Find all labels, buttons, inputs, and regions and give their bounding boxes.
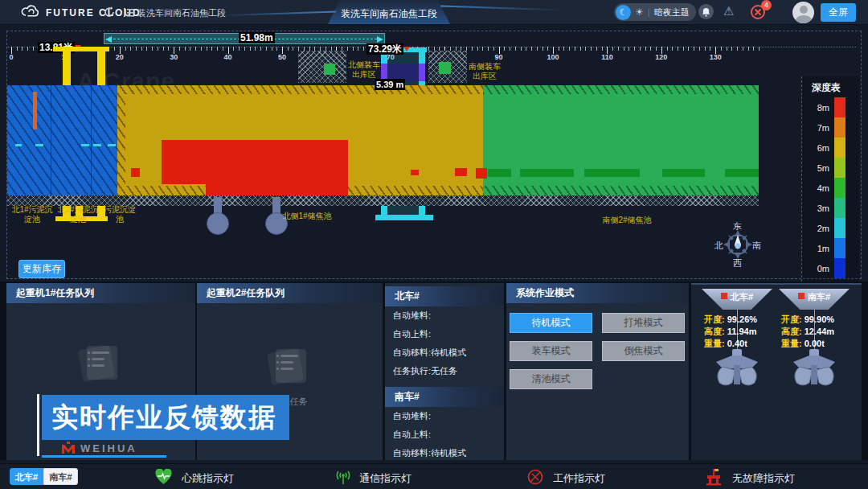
ruler-tick-label: 130	[706, 53, 725, 61]
depth-label: 0m	[809, 258, 829, 278]
depth-label: 4m	[809, 178, 829, 198]
sun-icon[interactable]: ☀	[635, 6, 644, 18]
workshop-selector[interactable]: 装洗车间南石油焦工段	[137, 7, 226, 19]
depth-label: 2m	[809, 218, 829, 238]
pool-n2-label: 北2#污泥沉淀池	[55, 205, 100, 224]
heap-marker	[227, 168, 236, 175]
overlay-underline	[42, 455, 166, 458]
deep-heap-block	[162, 140, 348, 184]
crane-fault-icon	[704, 468, 723, 486]
status-bar: 北车# 南车# 心跳指示灯 通信指示灯 工作指示灯 无故障指示灯	[0, 463, 868, 489]
crane-feedback-panel: 北车# 开度: 99.26% 高度: 11.94m 重量: 0.40t 南车# …	[691, 283, 862, 460]
south-crane-name: 南车#	[808, 291, 830, 303]
depth-segment	[834, 238, 845, 258]
refresh-icon[interactable]	[103, 6, 116, 18]
heap-marker	[411, 170, 419, 175]
status-row: 自动上料:	[385, 325, 504, 343]
mode-pile-button[interactable]: 打堆模式	[602, 313, 685, 333]
low-strip	[725, 169, 759, 177]
overlay-banner: 实时作业反馈数据	[42, 395, 289, 440]
depth-segment	[834, 218, 845, 238]
system-mode-title: 系统作业模式	[506, 283, 689, 303]
south-crane-position-label: 73.29米	[366, 41, 410, 55]
weihua-logo-icon	[61, 442, 76, 454]
south-loadout-marker	[439, 62, 451, 74]
heap-marker	[131, 168, 140, 177]
ruler-tick-label: 120	[652, 53, 671, 61]
coke-pool-south-area	[483, 85, 759, 195]
depth-segment	[834, 198, 845, 218]
warning-icon[interactable]: ⚠	[723, 4, 734, 18]
decor-line-left	[215, 10, 336, 16]
pool-gauge-mark	[81, 144, 89, 146]
status-row: 自动堆料:	[385, 407, 504, 425]
height-label: 高度:	[781, 327, 802, 336]
heartbeat-icon	[155, 469, 172, 485]
ruler-tick-label: 30	[164, 53, 183, 61]
depth-segment	[834, 117, 845, 138]
theme-toggle[interactable]: ☾ ☀ | 暗夜主题	[614, 3, 696, 21]
ruler-tick-label: 40	[219, 53, 238, 61]
nofault-indicator-label: 无故障指示灯	[732, 471, 795, 486]
brand-row: WEIHUA	[61, 441, 137, 455]
moon-icon[interactable]: ☾	[616, 5, 631, 20]
yard-map: AICrane 51.98m 0102030405060708090100110…	[6, 31, 862, 279]
coke-pool-south-label: 南侧2#储焦池	[599, 216, 655, 225]
gold-hatch-left	[117, 85, 125, 195]
depth-label: 7m	[809, 117, 829, 138]
alarm-badge: 4	[761, 0, 772, 10]
page-title: 装洗车间南石油焦工段	[336, 7, 442, 21]
avatar[interactable]	[792, 2, 814, 23]
grab-claw-icon	[711, 347, 763, 389]
heartbeat-indicator-label: 心跳指示灯	[182, 471, 234, 486]
deep-heap-block-lower	[206, 184, 348, 195]
south-hopper: 南车#	[779, 289, 850, 310]
queue1-title: 起重机1#任务队列	[6, 283, 195, 303]
chevron-down-icon[interactable]: ∨	[206, 10, 211, 17]
pool-divider-2	[91, 85, 92, 195]
future-cloud-logo-icon	[21, 5, 42, 19]
north-hopper: 北车#	[702, 289, 772, 310]
ruler-tick-label: 50	[272, 53, 292, 61]
footer-north-toggle[interactable]: 北车#	[10, 468, 43, 485]
depth-scale-title: 深度表	[802, 76, 859, 95]
south-gantry-rail	[375, 215, 433, 220]
gold-hatch-top	[117, 85, 483, 94]
depth-segment	[834, 97, 845, 117]
heap-marker	[314, 168, 325, 177]
status-row: 自动上料:	[385, 425, 504, 444]
depth-segment	[834, 258, 845, 278]
height-value: 12.44m	[805, 327, 834, 336]
pool-gauge-mark	[35, 144, 43, 146]
mode-load-button[interactable]: 装车模式	[510, 341, 592, 361]
heap-marker	[270, 168, 282, 177]
notification-bell-icon[interactable]	[698, 4, 714, 19]
footer-south-toggle[interactable]: 南车#	[43, 468, 78, 485]
depth-label: 8m	[809, 97, 829, 117]
pool-gauge-mark	[108, 144, 116, 146]
alarm-icon[interactable]: 4	[750, 4, 766, 20]
depth-segment	[834, 138, 845, 158]
heap-marker	[455, 168, 467, 176]
fullscreen-button[interactable]: 全屏	[821, 3, 856, 22]
depth-segment	[834, 158, 845, 178]
status-row: 任务执行:无任务	[385, 362, 504, 380]
green-hatch-bottom	[483, 186, 759, 195]
mode-clean-button[interactable]: 清池模式	[510, 369, 592, 389]
compass-west: 西	[733, 257, 742, 269]
low-strip	[662, 169, 705, 177]
gap-measure-label: 5.39 m	[375, 79, 405, 90]
mode-standby-button[interactable]: 待机模式	[510, 313, 592, 333]
ruler-tick-label: 110	[597, 53, 616, 61]
queue2-title: 起重机2#任务队列	[197, 283, 383, 303]
work-indicator-icon	[527, 469, 543, 485]
depth-label: 6m	[809, 138, 829, 158]
depth-scale: 深度表 8m7m6m5m4m3m2m1m0m	[801, 76, 859, 281]
depth-gradient	[834, 97, 845, 278]
low-strip	[520, 169, 574, 177]
update-inventory-button[interactable]: 更新库存	[18, 260, 65, 278]
mode-dump-button[interactable]: 倒焦模式	[602, 341, 685, 361]
pool-gauge-mark	[93, 144, 101, 146]
depth-segment	[834, 178, 845, 198]
ruler-tick-label: 20	[110, 53, 129, 61]
